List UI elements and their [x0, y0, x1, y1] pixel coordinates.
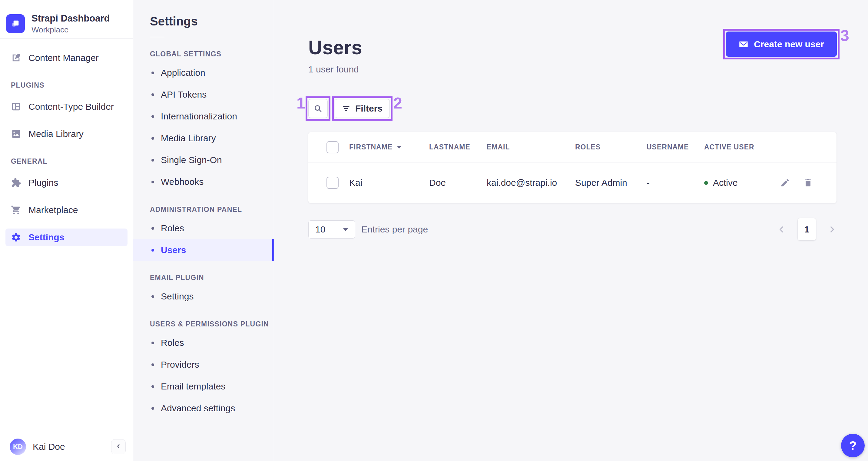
filters-label: Filters — [355, 103, 382, 114]
search-icon — [313, 104, 322, 113]
column-label: ACTIVE USER — [704, 143, 754, 151]
next-page-button[interactable] — [828, 225, 837, 234]
subnav-item-media-library[interactable]: Media Library — [133, 127, 274, 149]
subnav-item-single-sign-on[interactable]: Single Sign-On — [133, 149, 274, 171]
filter-icon — [342, 104, 350, 113]
cell-username: - — [647, 178, 704, 188]
sidebar-item-content-type-builder[interactable]: Content-Type Builder — [5, 98, 127, 115]
edit-user-button[interactable] — [780, 178, 790, 188]
settings-subnav: Settings GLOBAL SETTINGS Application API… — [133, 0, 274, 461]
table-row[interactable]: Kai Doe kai.doe@strapi.io Super Admin - … — [308, 163, 837, 203]
help-button[interactable]: ? — [841, 434, 865, 457]
sort-descending-icon — [397, 146, 402, 148]
sidebar-item-settings[interactable]: Settings — [5, 229, 127, 246]
subnav-item-label: Internationalization — [161, 111, 237, 121]
create-new-user-label: Create new user — [754, 39, 824, 49]
subnav-item-advanced-settings[interactable]: Advanced settings — [133, 397, 274, 419]
subnav-section-administration-panel: ADMINISTRATION PANEL — [150, 205, 274, 214]
column-label: EMAIL — [487, 143, 510, 151]
subnav-item-up-roles[interactable]: Roles — [133, 332, 274, 354]
subnav-divider — [150, 37, 164, 37]
sidebar-item-plugins[interactable]: Plugins — [5, 174, 127, 192]
image-icon — [11, 129, 21, 139]
bullet-icon — [151, 137, 154, 140]
cell-lastname: Doe — [429, 178, 487, 188]
subnav-item-label: Single Sign-On — [161, 155, 222, 165]
page-size-select[interactable]: 10 — [308, 220, 355, 238]
page-1-button[interactable]: 1 — [798, 218, 816, 240]
row-checkbox[interactable] — [327, 177, 339, 189]
user-avatar[interactable]: KD — [10, 438, 26, 455]
table-header-row: FIRSTNAME LASTNAME EMAIL ROLES USERNAME … — [308, 132, 837, 163]
filters-button[interactable]: Filters — [335, 99, 390, 118]
column-header-lastname[interactable]: LASTNAME — [429, 143, 487, 151]
annotation-label-2: 2 — [394, 95, 402, 111]
cell-roles: Super Admin — [575, 178, 647, 188]
subnav-section-global-settings: GLOBAL SETTINGS — [150, 50, 274, 58]
subnav-item-application[interactable]: Application — [133, 62, 274, 84]
mail-icon — [739, 39, 748, 49]
create-new-user-button[interactable]: Create new user — [726, 31, 837, 57]
delete-user-button[interactable] — [803, 178, 813, 188]
subnav-item-admin-roles[interactable]: Roles — [133, 217, 274, 239]
cell-email: kai.doe@strapi.io — [487, 178, 575, 188]
subnav-item-admin-users[interactable]: Users — [133, 239, 274, 261]
subnav-item-email-settings[interactable]: Settings — [133, 286, 274, 307]
subnav-item-email-templates[interactable]: Email templates — [133, 376, 274, 397]
subnav-item-webhooks[interactable]: Webhooks — [133, 171, 274, 193]
cell-firstname: Kai — [349, 178, 429, 188]
column-header-email[interactable]: EMAIL — [487, 143, 575, 151]
bullet-icon — [151, 71, 154, 74]
question-mark-icon: ? — [849, 439, 857, 453]
brand-text: Strapi Dashboard Workplace — [31, 13, 110, 34]
subnav-item-internationalization[interactable]: Internationalization — [133, 106, 274, 127]
workspace-subtitle: Workplace — [31, 25, 110, 34]
sidebar-item-content-manager[interactable]: Content Manager — [5, 49, 127, 67]
subnav-item-label: Providers — [161, 359, 199, 370]
active-status-dot — [704, 181, 708, 185]
pager: 1 — [777, 218, 837, 240]
column-header-active-user[interactable]: ACTIVE USER — [704, 143, 767, 151]
column-header-username[interactable]: USERNAME — [647, 143, 704, 151]
users-table: FIRSTNAME LASTNAME EMAIL ROLES USERNAME … — [308, 132, 837, 203]
select-all-checkbox[interactable] — [327, 141, 339, 153]
bullet-icon — [151, 342, 154, 344]
sidebar-item-media-library[interactable]: Media Library — [5, 125, 127, 143]
sidebar-item-label: Content Manager — [28, 53, 99, 63]
sidebar-item-label: Content-Type Builder — [28, 102, 114, 112]
workspace-title: Strapi Dashboard — [31, 13, 110, 24]
search-button[interactable] — [308, 99, 328, 118]
puzzle-icon — [11, 178, 21, 188]
bullet-icon — [151, 93, 154, 96]
gear-icon — [11, 232, 21, 242]
status-badge: Active — [713, 178, 738, 188]
subnav-item-label: Webhooks — [161, 177, 204, 187]
column-header-firstname[interactable]: FIRSTNAME — [349, 143, 429, 151]
sidebar-item-label: Plugins — [28, 178, 58, 188]
sidebar-item-marketplace[interactable]: Marketplace — [5, 201, 127, 219]
subnav-item-label: Users — [161, 245, 186, 255]
strapi-admin-app: Strapi Dashboard Workplace Content Manag… — [0, 0, 868, 461]
bullet-icon — [151, 407, 154, 410]
column-header-roles[interactable]: ROLES — [575, 143, 647, 151]
bullet-icon — [151, 227, 154, 230]
subnav-item-label: Email templates — [161, 381, 225, 392]
workspace-brand[interactable]: Strapi Dashboard Workplace — [0, 0, 133, 39]
entries-per-page-label: Entries per page — [361, 224, 428, 235]
column-label: ROLES — [575, 143, 600, 151]
page-header: Users 1 user found 3 Create new user — [308, 0, 840, 75]
subnav-item-label: Roles — [161, 223, 184, 233]
sidebar-nav: Content Manager PLUGINS Content-Type Bui… — [0, 39, 133, 246]
layout-icon — [11, 102, 21, 112]
subnav-item-api-tokens[interactable]: API Tokens — [133, 84, 274, 106]
annotation-box-3: 3 Create new user — [723, 29, 840, 59]
subnav-item-label: API Tokens — [161, 89, 207, 100]
previous-page-button[interactable] — [777, 225, 786, 234]
bullet-icon — [151, 159, 154, 162]
bullet-icon — [151, 249, 154, 252]
collapse-sidebar-button[interactable] — [111, 439, 126, 454]
subnav-item-providers[interactable]: Providers — [133, 354, 274, 376]
column-label: LASTNAME — [429, 143, 470, 151]
sidebar-item-label: Settings — [28, 232, 64, 242]
strapi-logo-icon — [6, 14, 25, 33]
